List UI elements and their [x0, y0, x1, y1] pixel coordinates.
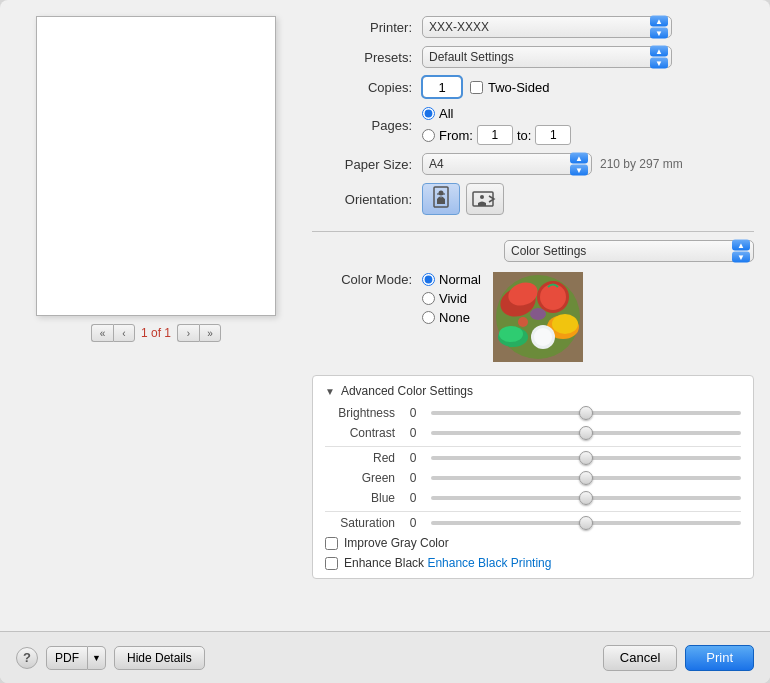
red-label: Red [325, 451, 395, 465]
pages-row: Pages: All From: to: [312, 106, 754, 145]
blue-thumb[interactable] [579, 491, 593, 505]
svg-point-13 [552, 314, 578, 334]
mode-normal-option[interactable]: Normal [422, 272, 481, 287]
mode-none-label: None [439, 310, 470, 325]
pdf-button[interactable]: PDF [46, 646, 88, 670]
orientation-buttons [422, 183, 504, 215]
green-thumb[interactable] [579, 471, 593, 485]
landscape-button[interactable] [466, 183, 504, 215]
advanced-color-settings: ▼ Advanced Color Settings Brightness 0 C… [312, 375, 754, 579]
pages-to-input[interactable] [535, 125, 571, 145]
advanced-title: Advanced Color Settings [341, 384, 473, 398]
green-row: Green 0 [325, 471, 741, 485]
print-button[interactable]: Print [685, 645, 754, 671]
pages-label: Pages: [312, 118, 412, 133]
last-page-button[interactable]: » [199, 324, 221, 342]
portrait-button[interactable] [422, 183, 460, 215]
mode-vivid-radio[interactable] [422, 292, 435, 305]
next-page-button[interactable]: › [177, 324, 199, 342]
orientation-label: Orientation: [312, 192, 412, 207]
two-sided-checkbox[interactable] [470, 81, 483, 94]
saturation-value: 0 [403, 516, 423, 530]
contrast-value: 0 [403, 426, 423, 440]
green-track [431, 476, 741, 480]
printer-select[interactable]: XXX-XXXX [422, 16, 672, 38]
svg-point-19 [518, 317, 528, 327]
two-sided-wrapper: Two-Sided [470, 80, 549, 95]
contrast-label: Contrast [325, 426, 395, 440]
enhance-black-label-blue: Enhance Black Printing [427, 556, 551, 570]
red-thumb[interactable] [579, 451, 593, 465]
red-value: 0 [403, 451, 423, 465]
prev-page-button[interactable]: ‹ [113, 324, 135, 342]
pages-all-radio[interactable] [422, 107, 435, 120]
paper-size-select-wrapper: A4 ▲ ▼ [422, 153, 592, 175]
pages-all-row: All [422, 106, 571, 121]
color-settings-section: Color Settings ▲ ▼ [312, 240, 754, 262]
mode-none-radio[interactable] [422, 311, 435, 324]
page-preview [36, 16, 276, 316]
copies-row: Copies: 1 Two-Sided [312, 76, 754, 98]
cancel-button[interactable]: Cancel [603, 645, 677, 671]
slider-separator-1 [325, 446, 741, 447]
orientation-row: Orientation: [312, 183, 754, 215]
svg-point-3 [439, 191, 444, 196]
paper-size-label: Paper Size: [312, 157, 412, 172]
page-info: 1 of 1 [141, 326, 171, 340]
pages-from-label: From: [439, 128, 473, 143]
settings-panel: Printer: XXX-XXXX ▲ ▼ Presets: Default S [312, 16, 754, 615]
copies-input[interactable]: 1 [422, 76, 462, 98]
help-button[interactable]: ? [16, 647, 38, 669]
brightness-thumb[interactable] [579, 406, 593, 420]
paper-size-row: Paper Size: A4 ▲ ▼ 210 by 297 mm [312, 153, 754, 175]
pages-all-label: All [439, 106, 453, 121]
advanced-header[interactable]: ▼ Advanced Color Settings [325, 384, 741, 398]
blue-row: Blue 0 [325, 491, 741, 505]
svg-point-5 [480, 195, 484, 199]
saturation-track [431, 521, 741, 525]
blue-label: Blue [325, 491, 395, 505]
svg-point-17 [534, 328, 552, 346]
color-mode-content: Normal Vivid None [422, 272, 583, 365]
blue-track [431, 496, 741, 500]
pages-from-input[interactable] [477, 125, 513, 145]
improve-gray-row: Improve Gray Color [325, 536, 741, 550]
pdf-arrow-button[interactable]: ▼ [88, 646, 106, 670]
color-mode-options: Normal Vivid None [422, 272, 481, 365]
improve-gray-checkbox[interactable] [325, 537, 338, 550]
red-row: Red 0 [325, 451, 741, 465]
enhance-black-checkbox[interactable] [325, 557, 338, 570]
presets-select[interactable]: Default Settings [422, 46, 672, 68]
pages-from-row: From: to: [422, 125, 571, 145]
mode-none-option[interactable]: None [422, 310, 481, 325]
red-track [431, 456, 741, 460]
pages-options: All From: to: [422, 106, 571, 145]
mode-normal-radio[interactable] [422, 273, 435, 286]
green-label: Green [325, 471, 395, 485]
hide-details-button[interactable]: Hide Details [114, 646, 205, 670]
brightness-row: Brightness 0 [325, 406, 741, 420]
presets-label: Presets: [312, 50, 412, 65]
pages-to-label: to: [517, 128, 531, 143]
contrast-thumb[interactable] [579, 426, 593, 440]
preview-panel: « ‹ 1 of 1 › » [16, 16, 296, 615]
paper-size-controls: A4 ▲ ▼ 210 by 297 mm [422, 153, 683, 175]
pdf-group: PDF ▼ [46, 646, 106, 670]
color-settings-select-wrapper: Color Settings ▲ ▼ [504, 240, 754, 262]
contrast-row: Contrast 0 [325, 426, 741, 440]
paper-size-select[interactable]: A4 [422, 153, 592, 175]
pages-from-radio[interactable] [422, 129, 435, 142]
brightness-label: Brightness [325, 406, 395, 420]
triangle-icon: ▼ [325, 386, 335, 397]
mode-vivid-option[interactable]: Vivid [422, 291, 481, 306]
enhance-black-label: Enhance Black Enhance Black Printing [344, 556, 551, 570]
printer-row: Printer: XXX-XXXX ▲ ▼ [312, 16, 754, 38]
printer-label: Printer: [312, 20, 412, 35]
bottom-bar: ? PDF ▼ Hide Details Cancel Print [0, 631, 770, 683]
improve-gray-label: Improve Gray Color [344, 536, 449, 550]
first-page-button[interactable]: « [91, 324, 113, 342]
two-sided-label: Two-Sided [488, 80, 549, 95]
print-dialog: « ‹ 1 of 1 › » Printer: XXX-XXXX [0, 0, 770, 683]
color-settings-select[interactable]: Color Settings [504, 240, 754, 262]
saturation-thumb[interactable] [579, 516, 593, 530]
